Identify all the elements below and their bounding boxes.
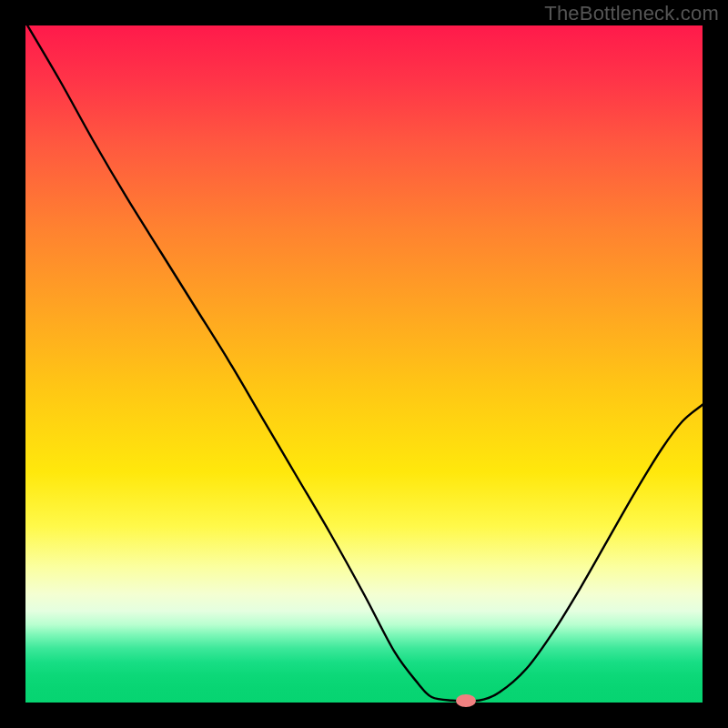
watermark-text: TheBottleneck.com <box>544 2 719 25</box>
chart-frame: TheBottleneck.com <box>0 0 728 728</box>
minimum-marker <box>456 694 476 707</box>
bottleneck-curve-svg <box>0 0 728 728</box>
bottleneck-curve-path <box>25 22 703 701</box>
